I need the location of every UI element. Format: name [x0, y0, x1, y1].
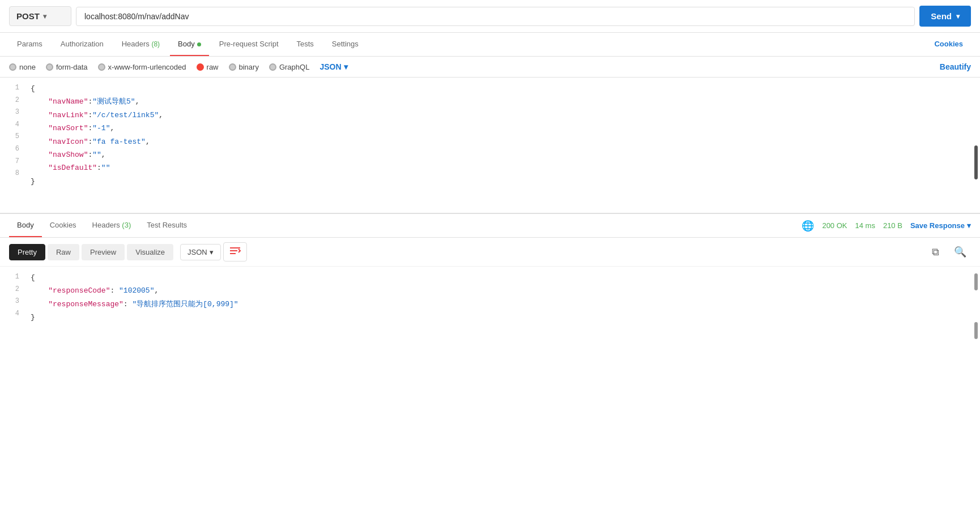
body-type-row: none form-data x-www-form-urlencoded raw… [0, 57, 980, 78]
tab-body[interactable]: Body [170, 33, 209, 56]
response-size: 210 B [883, 221, 902, 230]
radio-circle-graphql [269, 63, 276, 71]
resp-tab-body[interactable]: Body [9, 214, 42, 237]
json-chevron-icon: ▾ [344, 62, 348, 71]
radio-none[interactable]: none [9, 63, 36, 71]
resp-scrollbar-bottom[interactable] [974, 322, 978, 339]
method-label: POST [16, 11, 40, 21]
tab-cookies-req[interactable]: Cookies [926, 33, 971, 56]
pretty-bar: Pretty Raw Preview Visualize JSON ▾ ⧉ 🔍 [0, 238, 980, 267]
tab-authorization[interactable]: Authorization [53, 33, 112, 56]
pretty-button[interactable]: Pretty [9, 244, 45, 260]
globe-icon: 🌐 [802, 220, 814, 232]
line-numbers-resp: 1 2 3 4 [0, 271, 26, 324]
req-scrollbar[interactable] [974, 145, 978, 179]
resp-tab-headers[interactable]: Headers (3) [84, 214, 139, 237]
response-code-area[interactable]: 1 2 3 4 { "responseCode": "102005", "res… [0, 267, 980, 346]
tab-headers[interactable]: Headers (8) [114, 33, 168, 56]
copy-button[interactable]: ⧉ [927, 244, 944, 260]
beautify-button[interactable]: Beautify [940, 62, 971, 71]
raw-button[interactable]: Raw [48, 244, 79, 260]
radio-circle-urlencoded [98, 63, 105, 71]
resp-tab-cookies[interactable]: Cookies [42, 214, 84, 237]
resp-scrollbar-top[interactable] [974, 273, 978, 290]
response-tabs-bar: Body Cookies Headers (3) Test Results 🌐 … [0, 214, 980, 238]
visualize-button[interactable]: Visualize [127, 244, 173, 260]
send-button[interactable]: Send ▾ [919, 6, 971, 27]
radio-urlencoded[interactable]: x-www-form-urlencoded [98, 63, 186, 71]
status-code: 200 OK [822, 221, 847, 230]
radio-circle-form-data [46, 63, 53, 71]
top-bar: POST ▾ Send ▾ [0, 0, 980, 33]
send-chevron-icon: ▾ [956, 12, 960, 20]
preview-button[interactable]: Preview [82, 244, 125, 260]
url-input[interactable] [76, 7, 915, 26]
resp-tab-test-results[interactable]: Test Results [139, 214, 195, 237]
search-button[interactable]: 🔍 [949, 243, 971, 260]
tab-settings[interactable]: Settings [324, 33, 367, 56]
radio-circle-binary [229, 63, 236, 71]
save-response-button[interactable]: Save Response ▾ [910, 221, 971, 230]
radio-binary[interactable]: binary [229, 63, 259, 71]
json-selector[interactable]: JSON ▾ [319, 62, 347, 71]
tab-tests[interactable]: Tests [289, 33, 322, 56]
response-time: 14 ms [855, 221, 875, 230]
response-status: 🌐 200 OK 14 ms 210 B Save Response ▾ [802, 220, 971, 232]
send-label: Send [931, 11, 952, 21]
request-code-editor[interactable]: 1 2 3 4 5 6 7 8 { "navName":"测试导航5", "na… [0, 78, 980, 213]
request-tabs: Params Authorization Headers (8) Body Pr… [0, 33, 980, 57]
response-section: Body Cookies Headers (3) Test Results 🌐 … [0, 213, 980, 346]
tab-pre-request[interactable]: Pre-request Script [211, 33, 287, 56]
wrap-icon [229, 246, 241, 255]
radio-raw[interactable]: raw [197, 63, 219, 71]
wrap-button[interactable] [223, 242, 247, 262]
code-content-req: { "navName":"测试导航5", "navLink":"/c/test/… [26, 82, 980, 188]
resp-json-chevron-icon: ▾ [210, 248, 214, 256]
tab-params[interactable]: Params [9, 33, 50, 56]
method-chevron-icon: ▾ [43, 12, 46, 20]
radio-graphql[interactable]: GraphQL [269, 63, 309, 71]
radio-circle-raw [197, 63, 204, 71]
radio-form-data[interactable]: form-data [46, 63, 88, 71]
line-numbers-req: 1 2 3 4 5 6 7 8 [0, 82, 26, 188]
resp-json-type[interactable]: JSON ▾ [180, 244, 221, 260]
save-chevron-icon: ▾ [967, 221, 971, 230]
radio-circle-none [9, 63, 16, 71]
method-selector[interactable]: POST ▾ [9, 6, 71, 26]
code-content-resp: { "responseCode": "102005", "responseMes… [26, 271, 980, 324]
